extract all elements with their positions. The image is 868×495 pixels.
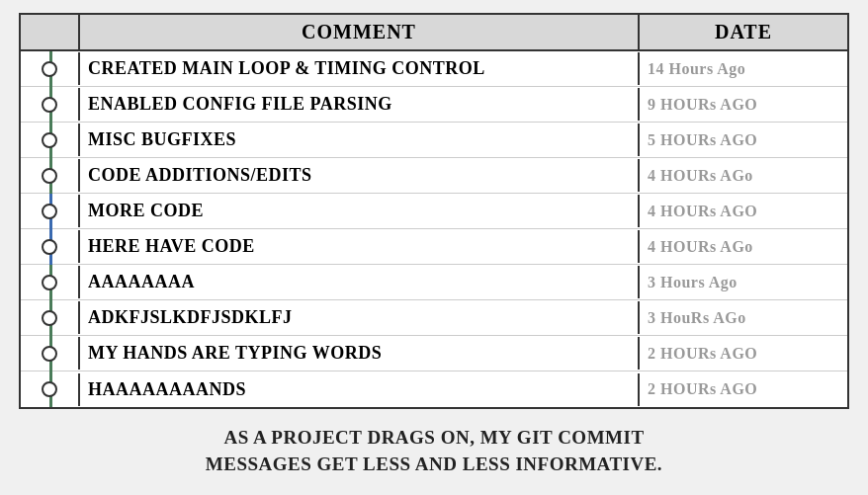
table-row: MORE CODE 4 HOURs AGO (21, 194, 847, 229)
commit-circle (42, 204, 57, 219)
table-row: HERE HAVE CODE 4 HOURs AGo (21, 229, 847, 265)
caption-line1: AS A PROJECT DRAGS ON, MY GIT COMMIT (223, 427, 644, 448)
commit-table: COMMENT DATE CREATED MAIN LOOP & TIMING … (19, 13, 849, 409)
row-date: 4 HOURs AGO (640, 197, 847, 226)
row-icon-cell (21, 132, 78, 148)
row-date: 14 Hours Ago (640, 54, 847, 84)
table-row: MY HANDS ARE TYPING WORDS 2 HOURs AGO (21, 336, 847, 371)
row-date: 2 HOURs AGO (640, 374, 847, 404)
row-date: 3 HouRs AGo (640, 303, 847, 333)
main-container: COMMENT DATE CREATED MAIN LOOP & TIMING … (9, 3, 859, 491)
row-icon-cell (21, 381, 78, 397)
icon-col-header (21, 15, 78, 49)
caption-line2: MESSAGES GET LESS AND LESS INFORMATIVE. (206, 454, 662, 474)
row-comment: MY HANDS ARE TYPING WORDS (78, 337, 640, 370)
table-row: AAAAAAAA 3 Hours Ago (21, 265, 847, 300)
row-date: 5 HOURs AGO (640, 125, 847, 155)
table-header: COMMENT DATE (21, 15, 847, 51)
date-header: DATE (640, 15, 847, 49)
table-row: MISC BUGFIXES 5 HOURs AGO (21, 123, 847, 158)
commit-circle (42, 132, 57, 148)
commit-circle (42, 61, 57, 77)
commit-circle (42, 346, 57, 362)
table-row: ADKFJSLKDFJSDKLFJ 3 HouRs AGo (21, 300, 847, 336)
row-icon-cell (21, 239, 78, 255)
row-icon-cell (21, 97, 78, 113)
table-row: CODE ADDITIONS/EDITS 4 HOURs AGo (21, 158, 847, 194)
commit-circle (42, 97, 57, 113)
row-comment: ADKFJSLKDFJSDKLFJ (78, 301, 640, 334)
commit-circle (42, 310, 57, 326)
row-date: 4 HOURs AGo (640, 161, 847, 191)
row-comment: CREATED MAIN LOOP & TIMING CONTROL (78, 52, 640, 85)
row-icon-cell (21, 275, 78, 290)
row-comment: MORE CODE (78, 195, 640, 227)
row-comment: ENABLED CONFIG FILE PARSING (78, 88, 640, 121)
row-comment: MISC BUGFIXES (78, 124, 640, 156)
row-icon-cell (21, 61, 78, 77)
commit-circle (42, 239, 57, 255)
table-body: CREATED MAIN LOOP & TIMING CONTROL 14 Ho… (21, 51, 847, 407)
row-date: 4 HOURs AGo (640, 232, 847, 262)
commit-circle (42, 168, 57, 184)
row-icon-cell (21, 310, 78, 326)
comment-header: COMMENT (78, 15, 640, 49)
row-comment: HAAAAAAAANDS (78, 373, 640, 406)
table-row: CREATED MAIN LOOP & TIMING CONTROL 14 Ho… (21, 51, 847, 87)
table-row: HAAAAAAAANDS 2 HOURs AGO (21, 371, 847, 407)
row-date: 9 HOURs AGO (640, 90, 847, 120)
row-date: 3 Hours Ago (640, 268, 847, 297)
table-row: ENABLED CONFIG FILE PARSING 9 HOURs AGO (21, 87, 847, 123)
row-comment: HERE HAVE CODE (78, 230, 640, 263)
row-icon-cell (21, 168, 78, 184)
row-icon-cell (21, 346, 78, 362)
caption: AS A PROJECT DRAGS ON, MY GIT COMMIT MES… (19, 421, 849, 481)
row-date: 2 HOURs AGO (640, 339, 847, 369)
row-comment: CODE ADDITIONS/EDITS (78, 159, 640, 192)
commit-circle (42, 275, 57, 290)
row-comment: AAAAAAAA (78, 266, 640, 298)
commit-circle (42, 381, 57, 397)
row-icon-cell (21, 204, 78, 219)
